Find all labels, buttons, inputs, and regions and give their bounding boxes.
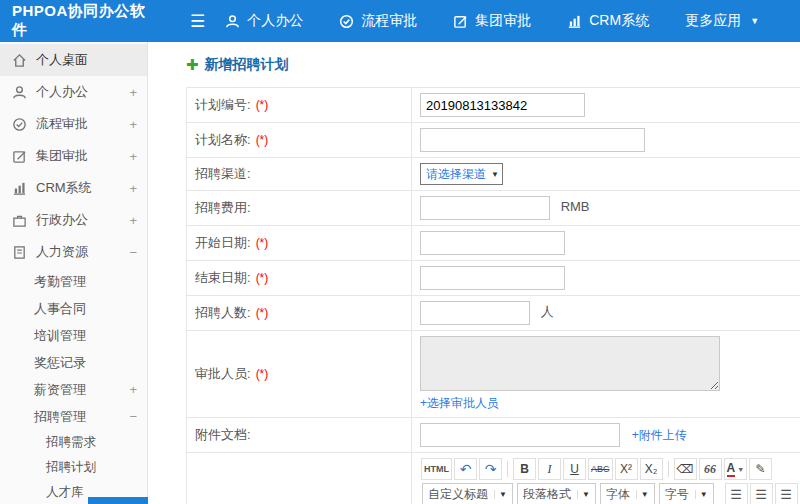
bold-button[interactable]: B: [513, 458, 536, 480]
topnav-group-approval[interactable]: 集团审批: [453, 12, 531, 30]
sidebar-item-desktop[interactable]: 个人桌面: [0, 44, 147, 76]
headcount-input[interactable]: [420, 301, 530, 325]
form-row-channel: 招聘渠道: 请选择渠道 ▼: [187, 158, 800, 191]
form-row-headcount: 招聘人数:(*) 人: [187, 296, 800, 331]
attachment-input[interactable]: [420, 423, 620, 447]
end-date-input[interactable]: [420, 266, 565, 290]
chevron-down-icon: ▼: [491, 170, 499, 179]
sidebar-item-hr-contract[interactable]: 人事合同: [0, 295, 147, 322]
topnav-label: CRM系统: [589, 12, 649, 30]
field-label: 开始日期:(*): [187, 226, 412, 261]
person-icon: [12, 85, 27, 100]
page-title: ✚ 新增招聘计划: [186, 56, 800, 74]
sidebar-item-label: 个人办公: [36, 83, 125, 101]
editor-toolbar-row-2: 自定义标题▼ 段落格式▼ 字体▼ 字号▼ ☰ ☰ ☰ ≣ ≔ ≕ ⇥: [420, 483, 800, 504]
form-row-attachment: 附件文档: +附件上传: [187, 418, 800, 453]
sidebar-scrollbar[interactable]: [88, 497, 148, 504]
sidebar-item-group-approval[interactable]: 集团审批 +: [0, 140, 147, 172]
field-label: 附件文档:: [187, 418, 412, 453]
sidebar-item-hr[interactable]: 人力资源 −: [0, 236, 147, 268]
sidebar-item-label: 人事合同: [34, 300, 137, 318]
sidebar-item-crm[interactable]: CRM系统 +: [0, 172, 147, 204]
cost-input[interactable]: [420, 196, 550, 220]
strikethrough-button[interactable]: ABC: [588, 458, 613, 480]
paragraph-format-select[interactable]: 段落格式▼: [517, 483, 596, 504]
plan-number-input[interactable]: [420, 93, 585, 117]
form-row-plan-number: 计划编号:(*): [187, 88, 800, 123]
sidebar-item-label: CRM系统: [36, 179, 125, 197]
font-color-button[interactable]: A▼: [724, 458, 748, 480]
blockquote-button[interactable]: 66: [699, 458, 722, 480]
sidebar-item-rewards[interactable]: 奖惩记录: [0, 349, 147, 376]
topnav-crm[interactable]: CRM系统: [567, 12, 649, 30]
sidebar-item-label: 流程审批: [36, 115, 125, 133]
collapse-toggle[interactable]: −: [125, 245, 137, 260]
required-marker: (*): [256, 367, 269, 381]
sidebar-item-workflow-approval[interactable]: 流程审批 +: [0, 108, 147, 140]
topnav-label: 更多应用: [685, 12, 741, 30]
undo-button[interactable]: ↶: [454, 458, 477, 480]
highlight-button[interactable]: ✎: [749, 458, 772, 480]
field-label: 招聘人数:(*): [187, 296, 412, 331]
briefcase-icon: [12, 213, 27, 228]
form-row-end-date: 结束日期:(*): [187, 261, 800, 296]
expand-toggle[interactable]: +: [125, 181, 137, 196]
font-size-select[interactable]: 字号▼: [659, 483, 714, 504]
sidebar-item-recruit-plan[interactable]: 招聘计划: [0, 455, 147, 480]
chevron-down-icon: ▼: [636, 490, 649, 499]
required-marker: (*): [256, 98, 269, 112]
start-date-input[interactable]: [420, 231, 565, 255]
flow-check-icon: [339, 14, 354, 29]
chevron-down-icon: ▼: [494, 490, 507, 499]
hamburger-icon[interactable]: ☰: [190, 11, 205, 32]
italic-button[interactable]: I: [538, 458, 561, 480]
chevron-down-icon: ▼: [737, 466, 744, 473]
channel-select-value: 请选择渠道: [426, 166, 486, 183]
custom-heading-select[interactable]: 自定义标题▼: [422, 483, 513, 504]
underline-button[interactable]: U: [563, 458, 586, 480]
sidebar-item-label: 招聘计划: [46, 459, 137, 476]
channel-select[interactable]: 请选择渠道 ▼: [420, 163, 503, 185]
field-label: 审批人员:(*): [187, 331, 412, 418]
align-left-icon[interactable]: ☰: [725, 483, 748, 504]
html-source-button[interactable]: HTML: [421, 458, 452, 480]
plan-name-input[interactable]: [420, 128, 645, 152]
topnav-more-apps[interactable]: 更多应用 ▼: [685, 12, 759, 30]
redo-button[interactable]: ↷: [479, 458, 502, 480]
field-label: 招聘费用:: [187, 191, 412, 226]
expand-toggle[interactable]: +: [125, 382, 137, 397]
sidebar-item-recruit-demand[interactable]: 招聘需求: [0, 430, 147, 455]
toolbar-separator: [668, 461, 669, 477]
topnav-label: 集团审批: [475, 12, 531, 30]
sidebar-item-label: 行政办公: [36, 211, 125, 229]
form-row-plan-name: 计划名称:(*): [187, 123, 800, 158]
approvers-textarea[interactable]: [420, 336, 720, 391]
collapse-toggle[interactable]: −: [125, 409, 137, 424]
hr-book-icon: [12, 245, 27, 260]
sidebar-item-salary[interactable]: 薪资管理 +: [0, 376, 147, 403]
topnav-personal-office[interactable]: 个人办公: [225, 12, 303, 30]
app-brand: PHPOA协同办公软件: [0, 2, 168, 40]
align-center-icon[interactable]: ☰: [750, 483, 773, 504]
expand-toggle[interactable]: +: [125, 149, 137, 164]
sidebar-item-label: 培训管理: [34, 327, 137, 345]
subscript-button[interactable]: X₂: [640, 458, 663, 480]
superscript-button[interactable]: X²: [615, 458, 638, 480]
remove-format-button[interactable]: ⌫: [674, 458, 697, 480]
font-family-select[interactable]: 字体▼: [600, 483, 655, 504]
sidebar-item-training[interactable]: 培训管理: [0, 322, 147, 349]
sidebar-item-recruit-mgmt[interactable]: 招聘管理 −: [0, 403, 147, 430]
edit-icon: [453, 14, 468, 29]
sidebar-item-personal-office[interactable]: 个人办公 +: [0, 76, 147, 108]
expand-toggle[interactable]: +: [125, 117, 137, 132]
expand-toggle[interactable]: +: [125, 213, 137, 228]
align-right-icon[interactable]: ☰: [775, 483, 798, 504]
sidebar-item-admin-office[interactable]: 行政办公 +: [0, 204, 147, 236]
choose-approvers-link[interactable]: +选择审批人员: [420, 395, 499, 412]
page-title-text: 新增招聘计划: [205, 56, 289, 74]
topnav-workflow-approval[interactable]: 流程审批: [339, 12, 417, 30]
expand-toggle[interactable]: +: [125, 85, 137, 100]
attachment-upload-link[interactable]: +附件上传: [632, 427, 687, 444]
sidebar-item-attendance[interactable]: 考勤管理: [0, 268, 147, 295]
required-marker: (*): [256, 133, 269, 147]
